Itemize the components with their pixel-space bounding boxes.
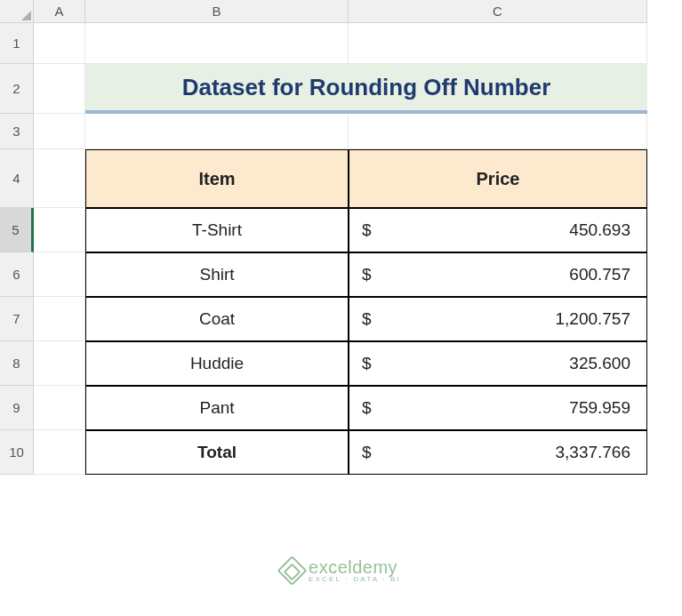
cell-C1[interactable] [349, 23, 647, 64]
cell-A3[interactable] [34, 114, 85, 149]
table-row[interactable]: Huddie [85, 341, 349, 386]
spreadsheet-grid: A B C 1 2 Dataset for Rounding Off Numbe… [0, 0, 682, 475]
table-row[interactable]: Shirt [85, 252, 349, 297]
price-value: 1,200.757 [555, 309, 630, 329]
row-header-3[interactable]: 3 [0, 114, 34, 149]
title-cell[interactable]: Dataset for Rounding Off Number [85, 64, 647, 114]
currency-symbol: $ [362, 398, 372, 418]
row-header-8[interactable]: 8 [0, 341, 34, 386]
cell-B3[interactable] [85, 114, 349, 149]
cell-A5[interactable] [34, 208, 85, 252]
table-row[interactable]: Pant [85, 386, 349, 430]
price-value: 325.600 [569, 354, 630, 373]
table-total-price[interactable]: $ 3,337.766 [349, 430, 647, 475]
price-value: 450.693 [569, 220, 630, 240]
table-header-price[interactable]: Price [349, 149, 647, 208]
row-header-4[interactable]: 4 [0, 149, 34, 208]
row-header-1[interactable]: 1 [0, 23, 34, 64]
watermark: exceldemy EXCEL · DATA · BI [281, 558, 401, 583]
cell-B1[interactable] [85, 23, 349, 64]
table-row[interactable]: T-Shirt [85, 208, 349, 252]
cell-A2[interactable] [34, 64, 85, 114]
cell-A10[interactable] [34, 430, 85, 475]
table-total-label[interactable]: Total [85, 430, 349, 475]
table-row[interactable]: $ 759.959 [349, 386, 647, 430]
cell-A1[interactable] [34, 23, 85, 64]
row-header-9[interactable]: 9 [0, 386, 34, 430]
table-row[interactable]: $ 600.757 [349, 252, 647, 297]
price-value: 3,337.766 [555, 443, 630, 462]
col-header-B[interactable]: B [85, 0, 349, 23]
table-row[interactable]: Coat [85, 297, 349, 341]
col-header-A[interactable]: A [34, 0, 85, 23]
row-header-2[interactable]: 2 [0, 64, 34, 114]
currency-symbol: $ [362, 354, 372, 373]
cell-A8[interactable] [34, 341, 85, 386]
row-header-7[interactable]: 7 [0, 297, 34, 341]
table-row[interactable]: $ 325.600 [349, 341, 647, 386]
row-header-6[interactable]: 6 [0, 252, 34, 297]
watermark-brand: exceldemy [309, 558, 401, 576]
currency-symbol: $ [362, 220, 372, 240]
cell-A9[interactable] [34, 386, 85, 430]
table-header-item[interactable]: Item [85, 149, 349, 208]
watermark-text: exceldemy EXCEL · DATA · BI [309, 558, 401, 583]
cell-A7[interactable] [34, 297, 85, 341]
currency-symbol: $ [362, 309, 372, 329]
currency-symbol: $ [362, 265, 372, 284]
row-header-5[interactable]: 5 [0, 208, 34, 252]
cell-A6[interactable] [34, 252, 85, 297]
select-all-corner[interactable] [0, 0, 34, 23]
cell-A4[interactable] [34, 149, 85, 208]
price-value: 759.959 [569, 398, 630, 418]
exceldemy-logo-icon [277, 556, 307, 586]
col-header-C[interactable]: C [349, 0, 647, 23]
table-row[interactable]: $ 1,200.757 [349, 297, 647, 341]
row-header-10[interactable]: 10 [0, 430, 34, 475]
cell-C3[interactable] [349, 114, 647, 149]
watermark-sub: EXCEL · DATA · BI [309, 576, 401, 583]
price-value: 600.757 [569, 265, 630, 284]
table-row[interactable]: $ 450.693 [349, 208, 647, 252]
currency-symbol: $ [362, 443, 372, 462]
